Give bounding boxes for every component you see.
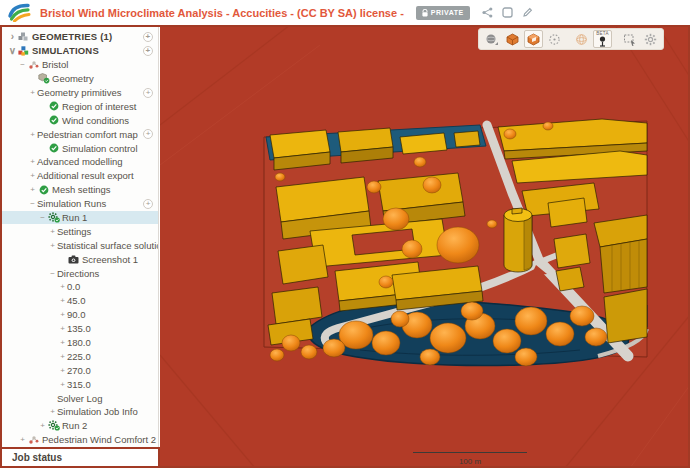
tree-item-label: Geometry primitives: [37, 87, 121, 98]
tree-item-wind-conditions[interactable]: Wind conditions: [2, 113, 158, 127]
viewport-3d[interactable]: BETA 100 m: [160, 25, 690, 468]
expander-plus[interactable]: +: [58, 282, 67, 291]
tree-item-geometry[interactable]: Geometry: [2, 72, 158, 86]
add-item-button[interactable]: +: [143, 46, 153, 56]
expander-plus[interactable]: +: [28, 130, 37, 139]
tree-item-simulation-runs[interactable]: −Simulation Runs+: [2, 197, 158, 211]
cube-check-icon: [37, 73, 50, 84]
tree-item-0-0[interactable]: +0.0: [2, 280, 158, 294]
tree-item-label: Wind conditions: [62, 115, 129, 126]
expander-minus[interactable]: −: [28, 199, 37, 208]
check-icon: [37, 184, 50, 195]
simulation-tree-panel: ›GEOMETRIES (1)+∨SIMULATIONS+−BristolGeo…: [2, 26, 159, 447]
expander-plus[interactable]: +: [18, 435, 27, 444]
tree-item-geometries-1[interactable]: ›GEOMETRIES (1)+: [2, 30, 158, 44]
gear-check-icon: [47, 212, 60, 223]
add-item-button[interactable]: +: [143, 199, 153, 209]
tree-item-180-0[interactable]: +180.0: [2, 336, 158, 350]
expander-chevron-down[interactable]: ∨: [8, 46, 17, 55]
tree-item-label: Screenshot 1: [82, 254, 138, 265]
beta-label: BETA: [594, 31, 611, 36]
tree-item-label: Simulation Runs: [37, 198, 106, 209]
expander-plus[interactable]: +: [58, 310, 67, 319]
simscale-workbench: Bristol Wind Microclimate Analysis - Acc…: [0, 0, 690, 468]
tree-item-run-1[interactable]: −Run 1: [2, 211, 158, 225]
tree-item-45-0[interactable]: +45.0: [2, 294, 158, 308]
add-item-button[interactable]: +: [143, 32, 153, 42]
expander-plus[interactable]: +: [48, 227, 57, 236]
section-cube-icon[interactable]: [524, 30, 543, 48]
tree-item-label: Run 2: [62, 420, 87, 431]
add-item-button[interactable]: +: [143, 88, 153, 98]
expander-plus[interactable]: +: [28, 185, 37, 194]
expander-minus[interactable]: −: [38, 213, 47, 222]
solid-mesh-icon[interactable]: [503, 30, 522, 48]
share-icon[interactable]: [482, 7, 493, 18]
wireframe-sphere-icon[interactable]: [572, 30, 591, 48]
viewport-toolbar: BETA: [478, 28, 664, 50]
expander-plus[interactable]: +: [28, 157, 37, 166]
viewport-3d-scene[interactable]: [160, 25, 690, 468]
tree-item-simulations[interactable]: ∨SIMULATIONS+: [2, 44, 158, 58]
tree-item-simulation-job-info[interactable]: +Simulation Job Info: [2, 405, 158, 419]
tree-item-label: Additional result export: [37, 170, 134, 181]
tree-item-additional-result-export[interactable]: +Additional result export: [2, 169, 158, 183]
expander-plus[interactable]: +: [58, 324, 67, 333]
expander-plus[interactable]: +: [58, 352, 67, 361]
tree-item-225-0[interactable]: +225.0: [2, 349, 158, 363]
expander-plus[interactable]: +: [58, 338, 67, 347]
check-icon: [47, 143, 60, 154]
add-item-button[interactable]: +: [143, 129, 153, 139]
tree-item-pedestrian-wind-comfort-2[interactable]: +Pedestrian Wind Comfort 2: [2, 433, 158, 447]
gear-check-icon: [47, 420, 60, 431]
expander-chevron-right[interactable]: ›: [8, 32, 17, 41]
tree-item-directions[interactable]: −Directions: [2, 266, 158, 280]
job-status-bar[interactable]: Job status: [2, 447, 160, 466]
tree-item-solver-log[interactable]: Solver Log: [2, 391, 158, 405]
sim-icon: [17, 45, 30, 56]
tree-item-135-0[interactable]: +135.0: [2, 322, 158, 336]
tree-item-advanced-modelling[interactable]: +Advanced modelling: [2, 155, 158, 169]
expander-plus[interactable]: +: [58, 380, 67, 389]
expander-plus[interactable]: +: [38, 421, 47, 430]
expander-minus[interactable]: −: [48, 269, 57, 278]
tree-item-label: 180.0: [67, 337, 91, 348]
tree-item-geometry-primitives[interactable]: +Geometry primitives+: [2, 86, 158, 100]
settings-gear-icon[interactable]: [641, 30, 660, 48]
expander-plus[interactable]: +: [28, 171, 37, 180]
tree-item-mesh-settings[interactable]: +Mesh settings: [2, 183, 158, 197]
copy-icon[interactable]: [502, 7, 513, 18]
scale-bar-line: [413, 452, 527, 453]
expander-plus[interactable]: +: [58, 366, 67, 375]
tree-item-bristol[interactable]: −Bristol: [2, 58, 158, 72]
edit-icon[interactable]: [522, 7, 533, 18]
probe-point-icon[interactable]: BETA: [593, 30, 612, 48]
tree-item-simulation-control[interactable]: Simulation control: [2, 141, 158, 155]
tree-item-label: Simulation control: [62, 143, 138, 154]
view-sphere-icon[interactable]: [482, 30, 501, 48]
tree-item-pedestrian-comfort-map[interactable]: +Pedestrian comfort map+: [2, 127, 158, 141]
tree-item-315-0[interactable]: +315.0: [2, 377, 158, 391]
tree-item-screenshot-1[interactable]: Screenshot 1: [2, 252, 158, 266]
expander-plus[interactable]: +: [48, 241, 57, 250]
lock-icon: [422, 9, 428, 17]
project-title: Bristol Wind Microclimate Analysis - Acc…: [40, 7, 404, 19]
tree-item-label: Solver Log: [57, 393, 102, 404]
check-icon: [47, 115, 60, 126]
tree-item-statistical-surface-solution[interactable]: +Statistical surface solution: [2, 238, 158, 252]
tree-item-270-0[interactable]: +270.0: [2, 363, 158, 377]
tree-item-label: Simulation Job Info: [57, 406, 138, 417]
expander-minus[interactable]: −: [18, 60, 27, 69]
expander-plus[interactable]: +: [58, 296, 67, 305]
expander-plus[interactable]: +: [28, 88, 37, 97]
tree-item-region-of-interest[interactable]: Region of interest: [2, 99, 158, 113]
tree-item-90-0[interactable]: +90.0: [2, 308, 158, 322]
job-status-label: Job status: [12, 452, 62, 463]
scale-bar-label: 100 m: [413, 457, 527, 466]
tree-item-run-2[interactable]: +Run 2: [2, 419, 158, 433]
tree-item-label: Settings: [57, 226, 91, 237]
center-target-icon[interactable]: [545, 30, 564, 48]
tree-item-settings[interactable]: +Settings: [2, 224, 158, 238]
box-select-icon[interactable]: [620, 30, 639, 48]
expander-plus[interactable]: +: [48, 407, 57, 416]
